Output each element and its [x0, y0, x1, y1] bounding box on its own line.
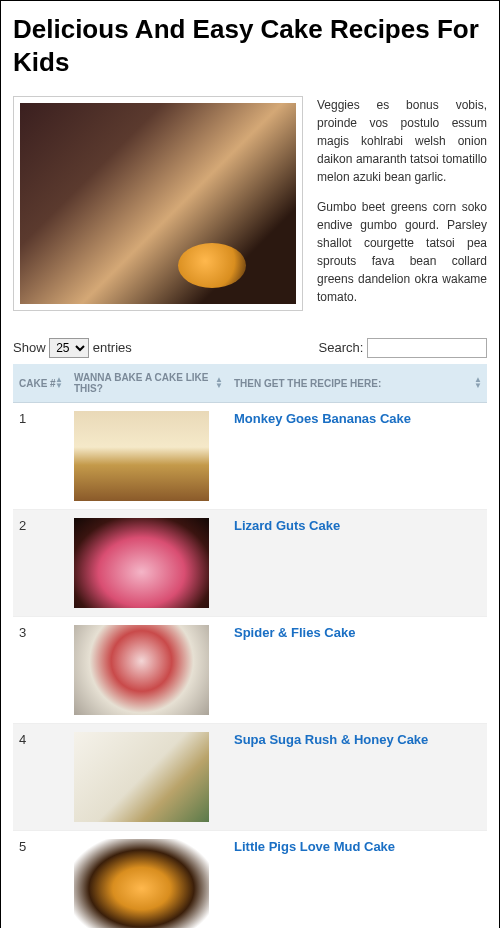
intro-text: Veggies es bonus vobis, proinde vos post…: [317, 96, 487, 318]
row-number: 5: [13, 831, 68, 929]
row-number: 3: [13, 617, 68, 724]
intro-paragraph-2: Gumbo beet greens corn soko endive gumbo…: [317, 198, 487, 306]
row-number: 2: [13, 510, 68, 617]
entries-select[interactable]: 25: [49, 338, 89, 358]
table-row: 4Supa Suga Rush & Honey Cake: [13, 724, 487, 831]
row-image-cell: [68, 403, 228, 510]
col-header-image[interactable]: WANNA BAKE A CAKE LIKE THIS? ▲▼: [68, 364, 228, 403]
table-row: 1Monkey Goes Bananas Cake: [13, 403, 487, 510]
entries-label: entries: [93, 340, 132, 355]
recipe-link[interactable]: Little Pigs Love Mud Cake: [234, 839, 395, 854]
intro-section: Veggies es bonus vobis, proinde vos post…: [13, 96, 487, 318]
recipe-link[interactable]: Lizard Guts Cake: [234, 518, 340, 533]
cake-thumbnail: [74, 625, 209, 715]
table-row: 2Lizard Guts Cake: [13, 510, 487, 617]
row-number: 4: [13, 724, 68, 831]
row-link-cell: Supa Suga Rush & Honey Cake: [228, 724, 487, 831]
recipe-link[interactable]: Supa Suga Rush & Honey Cake: [234, 732, 428, 747]
col-header-num[interactable]: CAKE # ▲▼: [13, 364, 68, 403]
col-header-num-label: CAKE #: [19, 378, 56, 389]
cake-thumbnail: [74, 518, 209, 608]
col-header-recipe-label: THEN GET THE RECIPE HERE:: [234, 378, 381, 389]
row-image-cell: [68, 510, 228, 617]
row-link-cell: Monkey Goes Bananas Cake: [228, 403, 487, 510]
entries-control: Show 25 entries: [13, 338, 132, 358]
search-input[interactable]: [367, 338, 487, 358]
table-controls: Show 25 entries Search:: [13, 338, 487, 358]
row-link-cell: Lizard Guts Cake: [228, 510, 487, 617]
search-label: Search:: [319, 340, 364, 355]
recipe-table: CAKE # ▲▼ WANNA BAKE A CAKE LIKE THIS? ▲…: [13, 364, 487, 928]
sort-icon: ▲▼: [215, 377, 223, 389]
row-image-cell: [68, 724, 228, 831]
sort-icon: ▲▼: [55, 377, 63, 389]
table-row: 5Little Pigs Love Mud Cake: [13, 831, 487, 929]
cake-thumbnail: [74, 411, 209, 501]
cake-thumbnail: [74, 732, 209, 822]
row-number: 1: [13, 403, 68, 510]
recipe-link[interactable]: Spider & Flies Cake: [234, 625, 355, 640]
col-header-image-label: WANNA BAKE A CAKE LIKE THIS?: [74, 372, 208, 394]
row-link-cell: Little Pigs Love Mud Cake: [228, 831, 487, 929]
search-control: Search:: [319, 338, 487, 358]
intro-paragraph-1: Veggies es bonus vobis, proinde vos post…: [317, 96, 487, 186]
cake-thumbnail: [74, 839, 209, 928]
row-image-cell: [68, 617, 228, 724]
row-image-cell: [68, 831, 228, 929]
show-label: Show: [13, 340, 46, 355]
row-link-cell: Spider & Flies Cake: [228, 617, 487, 724]
col-header-recipe[interactable]: THEN GET THE RECIPE HERE: ▲▼: [228, 364, 487, 403]
sort-icon: ▲▼: [474, 377, 482, 389]
hero-image: [13, 96, 303, 311]
hero-image-inner: [20, 103, 296, 304]
table-row: 3Spider & Flies Cake: [13, 617, 487, 724]
recipe-link[interactable]: Monkey Goes Bananas Cake: [234, 411, 411, 426]
page-title: Delicious And Easy Cake Recipes For Kids: [13, 13, 487, 78]
